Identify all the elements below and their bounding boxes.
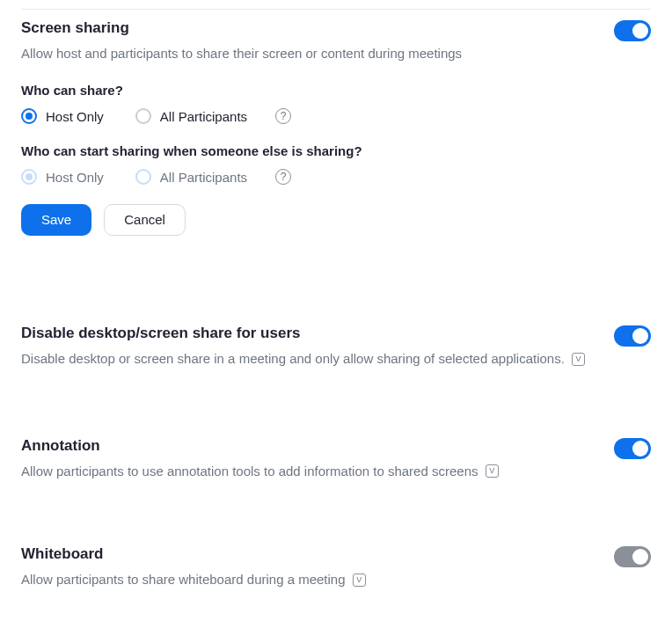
save-button[interactable]: Save	[21, 204, 91, 236]
help-icon[interactable]: ?	[275, 108, 291, 124]
who-can-start-host-only[interactable]: Host Only	[21, 169, 104, 185]
radio-label: All Participants	[160, 170, 247, 185]
cancel-button[interactable]: Cancel	[104, 204, 186, 236]
whiteboard-toggle[interactable]	[614, 546, 651, 567]
setting-disable-desktop-share: Disable desktop/screen share for users D…	[21, 318, 651, 369]
annotation-title: Annotation	[21, 436, 588, 457]
radio-label: Host Only	[46, 109, 104, 124]
radio-icon	[21, 108, 37, 124]
desc-text: Allow participants to use annotation too…	[21, 464, 478, 479]
disable-desktop-share-desc: Disable desktop or screen share in a mee…	[21, 349, 588, 369]
screen-sharing-title: Screen sharing	[21, 18, 588, 39]
whiteboard-title: Whiteboard	[21, 544, 588, 565]
who-can-start-radio-group: Host Only All Participants ?	[21, 169, 651, 185]
radio-label: All Participants	[160, 109, 247, 124]
who-can-start-question: Who can start sharing when someone else …	[21, 143, 651, 158]
who-can-share-question: Who can share?	[21, 83, 651, 98]
radio-icon	[135, 108, 151, 124]
setting-annotation: Annotation Allow participants to use ann…	[21, 431, 651, 481]
who-can-share-all-participants[interactable]: All Participants	[135, 108, 247, 124]
annotation-toggle[interactable]	[614, 438, 651, 459]
badge-icon: V	[572, 353, 585, 366]
screen-sharing-desc: Allow host and participants to share the…	[21, 44, 588, 64]
badge-icon: V	[486, 464, 499, 478]
radio-icon	[135, 169, 151, 185]
disable-desktop-share-title: Disable desktop/screen share for users	[21, 324, 588, 344]
setting-whiteboard: Whiteboard Allow participants to share w…	[21, 539, 651, 589]
who-can-start-all-participants[interactable]: All Participants	[135, 169, 247, 185]
screen-sharing-toggle[interactable]	[614, 20, 651, 41]
who-can-share-radio-group: Host Only All Participants ?	[21, 108, 651, 124]
desc-text: Allow participants to share whiteboard d…	[21, 572, 346, 587]
who-can-share-host-only[interactable]: Host Only	[21, 108, 104, 124]
radio-icon	[21, 169, 37, 185]
whiteboard-desc: Allow participants to share whiteboard d…	[21, 570, 588, 590]
badge-icon: V	[353, 574, 366, 587]
annotation-desc: Allow participants to use annotation too…	[21, 462, 588, 482]
disable-desktop-share-toggle[interactable]	[614, 325, 651, 347]
desc-text: Disable desktop or screen share in a mee…	[21, 351, 565, 366]
setting-screen-sharing: Screen sharing Allow host and participan…	[21, 13, 651, 236]
radio-label: Host Only	[46, 170, 104, 185]
help-icon[interactable]: ?	[275, 169, 291, 185]
screen-sharing-buttons: Save Cancel	[21, 204, 651, 236]
